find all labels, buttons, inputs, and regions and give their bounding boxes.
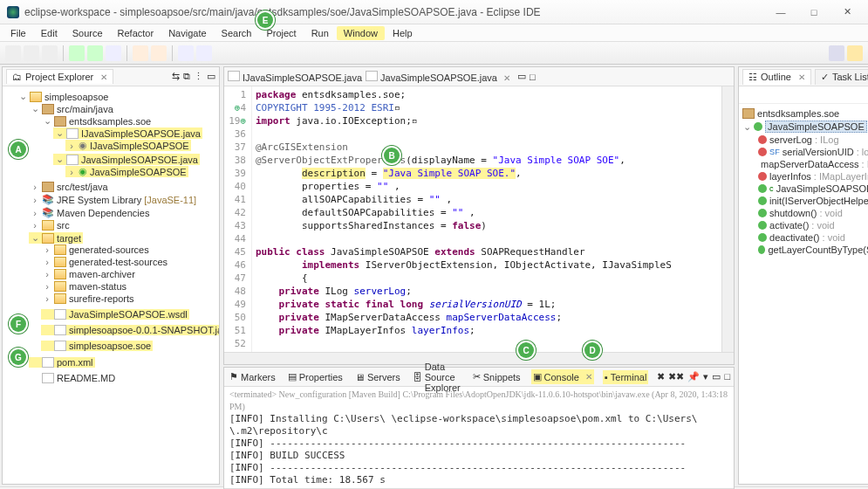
folder-icon [54,244,66,255]
new-class-icon[interactable] [151,45,167,61]
outline-tab[interactable]: ☷ Outline ✕ [742,69,811,85]
maximize-view-icon[interactable]: □ [530,72,536,82]
editor-tab-java[interactable]: JavaSimpleSOAPSOE.java ✕ [366,71,510,83]
run-icon[interactable] [87,45,103,61]
markers-tab[interactable]: ⚑ Markers [228,369,277,384]
menu-refactor[interactable]: Refactor [111,26,161,40]
tab-close-icon[interactable]: ✕ [585,372,592,382]
open-perspective-icon[interactable] [829,45,844,61]
new-package-icon[interactable] [133,45,148,61]
tasklist-tab[interactable]: ✓ Task List [815,69,868,85]
java-perspective-icon[interactable] [847,45,863,61]
project-explorer-icon: 🗂 [12,72,22,82]
jre-node[interactable]: JRE System Library [57,195,141,205]
editor-hscrollbar[interactable] [224,352,734,364]
outline-item[interactable]: JavaSimpleSOAPSOE() [776,183,868,194]
maven-status-node[interactable]: maven-status [69,281,126,292]
outline-type: : IMapServerE [862,159,868,169]
menu-search[interactable]: Search [215,26,259,40]
minimize-view-icon[interactable]: ▭ [517,71,526,82]
link-editor-icon[interactable]: ⧉ [183,71,190,82]
outline-item[interactable]: serialVersionUID [783,147,854,157]
folder-icon [42,220,54,231]
project-explorer-tab[interactable]: 🗂 Project Explorer ✕ [6,69,113,84]
folder-icon [54,269,66,279]
menu-navigate[interactable]: Navigate [161,26,213,40]
minimize-view-icon[interactable]: ▭ [207,71,215,82]
pin-console-icon[interactable]: 📌 [687,371,700,382]
maximize-view-icon[interactable]: □ [724,371,730,382]
close-button[interactable]: ✕ [833,3,861,21]
view-menu-icon[interactable]: ⋮ [194,71,203,82]
java-file-node[interactable]: JavaSimpleSOAPSOE.java [81,155,198,165]
outline-item[interactable]: deactivate() [769,232,819,243]
remove-all-icon[interactable]: ✖✖ [668,371,684,382]
project-tree[interactable]: ⌄ simplesoapsoe ⌄ src/main/java ⌄ entsdk… [3,86,219,484]
outline-item[interactable]: getLayerCountByType(String) [768,244,868,255]
outline-item[interactable]: mapServerDataAccess [761,159,859,169]
servers-tab[interactable]: 🖥 Servers [353,370,402,384]
pkg-node[interactable]: entsdksamples.soe [69,116,151,127]
menu-file[interactable]: File [3,26,33,40]
console-output[interactable]: <terminated> New_configuration [Maven Bu… [224,387,734,488]
src-test-node[interactable]: src/test/java [57,182,108,192]
tab-close-icon[interactable]: ✕ [798,72,805,82]
debug-icon[interactable] [69,45,85,61]
target-node[interactable]: target [57,233,81,244]
menu-edit[interactable]: Edit [34,26,65,40]
console-tab[interactable]: ▣ Console ✕ [531,369,594,384]
annotation-b: B [384,148,400,163]
menu-help[interactable]: Help [386,26,420,40]
soe-node[interactable]: simplesoapsoe.soe [69,341,151,351]
src-main-node[interactable]: src/main/java [57,104,113,114]
outline-pkg[interactable]: entsdksamples.soe [757,108,839,119]
java-type-node[interactable]: JavaSimpleSOAPSOE [90,167,187,177]
menu-source[interactable]: Source [65,26,110,40]
tab-close-icon[interactable]: ✕ [100,72,107,82]
jar-node[interactable]: simplesoapsoe-0.0.1-SNAPSHOT.jar [69,325,219,335]
search-icon[interactable] [196,45,212,61]
surefire-node[interactable]: surefire-reports [69,293,134,304]
project-node[interactable]: simplesoapsoe [44,92,108,102]
maximize-button[interactable]: □ [800,3,828,21]
tab-close-icon[interactable]: ✕ [503,73,510,83]
readme-node[interactable]: README.MD [57,373,115,383]
ijava-type-node[interactable]: IJavaSimpleSOAPSOE [90,141,189,151]
maven-dep-node[interactable]: Maven Dependencies [57,208,149,218]
code-text[interactable]: package entsdksamples.soe; COPYRIGHT 199… [252,86,721,352]
snippets-tab[interactable]: ✂ Snippets [471,369,523,384]
outline-tree[interactable]: entsdksamples.soe ⌄ JavaSimpleSOAPSOE se… [739,104,868,484]
pom-node[interactable]: pom.xml [57,357,93,368]
outline-item[interactable]: serverLog [769,134,812,145]
save-icon[interactable] [24,45,39,61]
coverage-icon[interactable] [106,45,121,61]
outline-item[interactable]: shutdown() [769,208,817,218]
editor-tab-ijava[interactable]: IJavaSimpleSOAPSOE.java [228,71,362,83]
constructor-icon [758,184,767,193]
menu-window[interactable]: Window [337,26,385,40]
code-editor[interactable]: 1 ⊕4 19⊕ 36 37 38 39 40 41 42 43 44 45 4… [224,86,734,352]
collapse-all-icon[interactable]: ⇆ [172,71,180,82]
outline-item[interactable]: layerInfos [769,171,811,182]
gen-test-node[interactable]: generated-test-sources [69,257,167,267]
properties-tab[interactable]: ▤ Properties [286,369,345,384]
ijava-file-node[interactable]: IJavaSimpleSOAPSOE.java [81,128,201,139]
remove-launch-icon[interactable]: ✖ [657,371,665,382]
gen-src-node[interactable]: generated-sources [69,244,149,255]
display-menu-icon[interactable]: ▾ [703,371,708,382]
outline-item[interactable]: init(IServerObjectHelper) [769,196,868,206]
terminal-tab[interactable]: ▪ Terminal [603,370,648,384]
minimize-button[interactable]: — [767,3,795,21]
menu-run[interactable]: Run [304,26,336,40]
maven-archiver-node[interactable]: maven-archiver [69,269,135,279]
editor-vscrollbar[interactable] [721,86,734,352]
minimize-view-icon[interactable]: ▭ [712,371,721,382]
src-node[interactable]: src [57,220,70,231]
wsdl-node[interactable]: JavaSimpleSOAPSOE.wsdl [69,309,188,320]
outline-class[interactable]: JavaSimpleSOAPSOE [765,121,867,133]
project-explorer-label: Project Explorer [25,72,93,82]
save-all-icon[interactable] [42,45,58,61]
open-type-icon[interactable] [178,45,194,61]
outline-item[interactable]: activate() [769,220,809,231]
new-icon[interactable] [5,45,21,61]
